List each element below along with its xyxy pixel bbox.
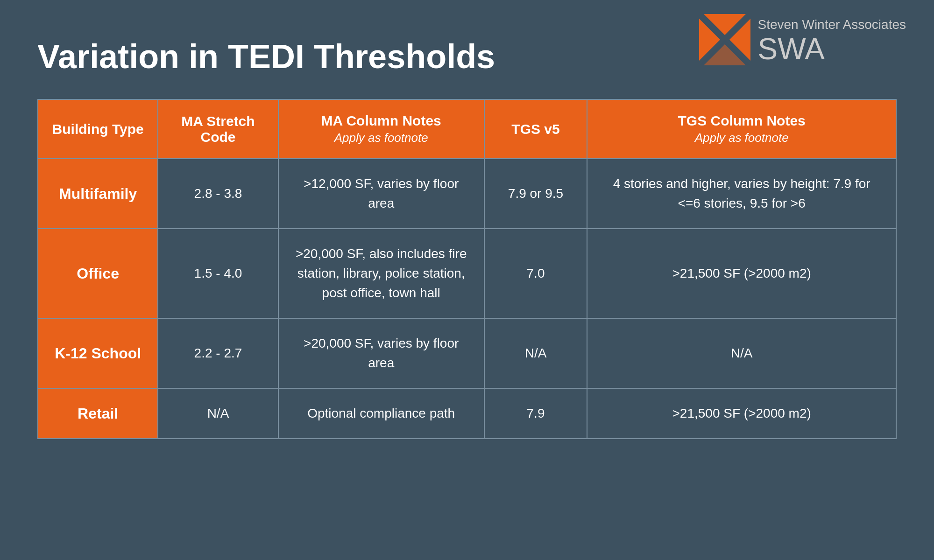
tedi-table: Building Type MA Stretch Code MA Column … bbox=[37, 99, 897, 439]
cell-ma-stretch-1: 1.5 - 4.0 bbox=[158, 229, 278, 318]
header-tgs-notes: TGS Column Notes Apply as footnote bbox=[587, 99, 896, 159]
header-ma-notes-main: MA Column Notes bbox=[321, 113, 441, 128]
cell-tgs-v5-0: 7.9 or 9.5 bbox=[484, 159, 587, 229]
cell-building-type-3: Retail bbox=[38, 388, 158, 439]
cell-tgs-notes-3: >21,500 SF (>2000 m2) bbox=[587, 388, 896, 439]
header-ma-notes-sub: Apply as footnote bbox=[290, 131, 473, 145]
logo-area: Steven Winter Associates SWA bbox=[699, 14, 906, 65]
page-wrapper: Steven Winter Associates SWA Variation i… bbox=[0, 0, 934, 560]
cell-building-type-2: K-12 School bbox=[38, 318, 158, 388]
cell-ma-stretch-2: 2.2 - 2.7 bbox=[158, 318, 278, 388]
cell-ma-notes-2: >20,000 SF, varies by floor area bbox=[278, 318, 484, 388]
company-acronym: SWA bbox=[758, 34, 906, 64]
company-name-line3: Associates bbox=[843, 17, 906, 32]
cell-tgs-notes-2: N/A bbox=[587, 318, 896, 388]
cell-ma-notes-3: Optional compliance path bbox=[278, 388, 484, 439]
table-row: Retail N/A Optional compliance path 7.9 … bbox=[38, 388, 896, 439]
cell-ma-stretch-0: 2.8 - 3.8 bbox=[158, 159, 278, 229]
logo-text: Steven Winter Associates SWA bbox=[758, 15, 906, 63]
cell-ma-notes-1: >20,000 SF, also includes fire station, … bbox=[278, 229, 484, 318]
company-name-line2: Winter bbox=[802, 17, 840, 32]
table-row: K-12 School 2.2 - 2.7 >20,000 SF, varies… bbox=[38, 318, 896, 388]
cell-tgs-v5-3: 7.9 bbox=[484, 388, 587, 439]
cell-ma-stretch-3: N/A bbox=[158, 388, 278, 439]
header-building-type: Building Type bbox=[38, 99, 158, 159]
header-tgs-notes-sub: Apply as footnote bbox=[599, 131, 884, 145]
header-ma-stretch: MA Stretch Code bbox=[158, 99, 278, 159]
table-row: Office 1.5 - 4.0 >20,000 SF, also includ… bbox=[38, 229, 896, 318]
cell-building-type-1: Office bbox=[38, 229, 158, 318]
swa-logo-icon bbox=[699, 14, 750, 65]
header-tgs-v5: TGS v5 bbox=[484, 99, 587, 159]
cell-tgs-notes-1: >21,500 SF (>2000 m2) bbox=[587, 229, 896, 318]
cell-tgs-notes-0: 4 stories and higher, varies by height: … bbox=[587, 159, 896, 229]
table-header-row: Building Type MA Stretch Code MA Column … bbox=[38, 99, 896, 159]
header-tgs-notes-main: TGS Column Notes bbox=[678, 113, 805, 128]
company-name-line1: Steven bbox=[758, 17, 799, 32]
cell-ma-notes-0: >12,000 SF, varies by floor area bbox=[278, 159, 484, 229]
cell-tgs-v5-2: N/A bbox=[484, 318, 587, 388]
table-row: Multifamily 2.8 - 3.8 >12,000 SF, varies… bbox=[38, 159, 896, 229]
cell-building-type-0: Multifamily bbox=[38, 159, 158, 229]
cell-tgs-v5-1: 7.0 bbox=[484, 229, 587, 318]
header-ma-notes: MA Column Notes Apply as footnote bbox=[278, 99, 484, 159]
